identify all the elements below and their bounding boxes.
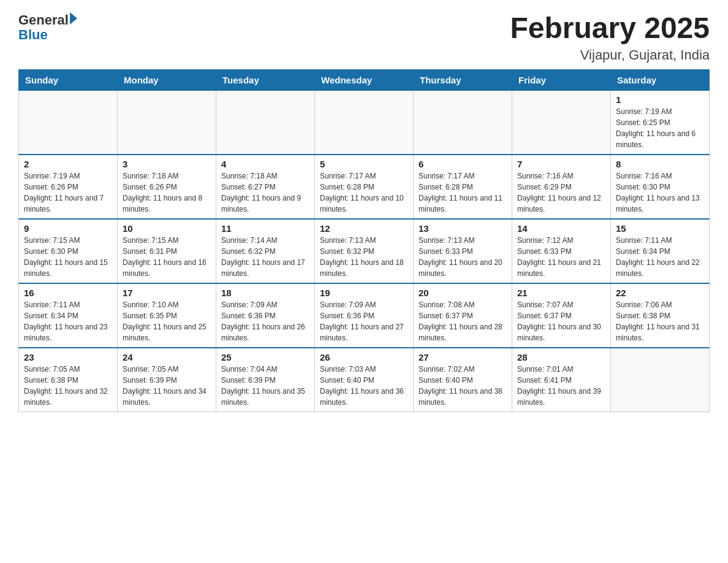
calendar-week-row: 16Sunrise: 7:11 AM Sunset: 6:34 PM Dayli… — [19, 283, 710, 348]
calendar-cell — [118, 90, 216, 155]
calendar-cell: 14Sunrise: 7:12 AM Sunset: 6:33 PM Dayli… — [512, 219, 611, 283]
day-info: Sunrise: 7:09 AM Sunset: 6:36 PM Dayligh… — [320, 299, 408, 343]
calendar-cell: 5Sunrise: 7:17 AM Sunset: 6:28 PM Daylig… — [315, 155, 414, 219]
location-text: Vijapur, Gujarat, India — [510, 47, 710, 63]
day-number: 3 — [123, 159, 211, 169]
day-number: 24 — [123, 352, 211, 362]
calendar-cell: 18Sunrise: 7:09 AM Sunset: 6:36 PM Dayli… — [216, 283, 315, 348]
day-info: Sunrise: 7:06 AM Sunset: 6:38 PM Dayligh… — [616, 299, 704, 343]
day-info: Sunrise: 7:15 AM Sunset: 6:30 PM Dayligh… — [24, 235, 112, 279]
day-info: Sunrise: 7:19 AM Sunset: 6:25 PM Dayligh… — [616, 106, 704, 150]
day-number: 21 — [517, 288, 605, 298]
calendar-cell: 16Sunrise: 7:11 AM Sunset: 6:34 PM Dayli… — [19, 283, 118, 348]
day-number: 22 — [616, 288, 704, 298]
day-number: 19 — [320, 288, 408, 298]
day-number: 23 — [24, 352, 112, 362]
day-number: 8 — [616, 159, 704, 169]
day-header-tuesday: Tuesday — [216, 69, 315, 90]
calendar-cell: 9Sunrise: 7:15 AM Sunset: 6:30 PM Daylig… — [19, 219, 118, 283]
calendar-week-row: 1Sunrise: 7:19 AM Sunset: 6:25 PM Daylig… — [19, 90, 710, 155]
day-number: 10 — [123, 223, 211, 234]
calendar-cell: 1Sunrise: 7:19 AM Sunset: 6:25 PM Daylig… — [611, 90, 710, 155]
calendar-cell — [611, 348, 710, 412]
day-info: Sunrise: 7:13 AM Sunset: 6:32 PM Dayligh… — [320, 235, 408, 279]
logo-blue-text: Blue — [18, 27, 77, 43]
day-info: Sunrise: 7:11 AM Sunset: 6:34 PM Dayligh… — [616, 235, 704, 279]
calendar-cell: 11Sunrise: 7:14 AM Sunset: 6:32 PM Dayli… — [216, 219, 315, 283]
calendar-cell: 13Sunrise: 7:13 AM Sunset: 6:33 PM Dayli… — [414, 219, 512, 283]
calendar-title: February 2025 — [510, 12, 710, 45]
calendar-cell: 27Sunrise: 7:02 AM Sunset: 6:40 PM Dayli… — [414, 348, 512, 412]
day-info: Sunrise: 7:19 AM Sunset: 6:26 PM Dayligh… — [24, 170, 112, 215]
calendar-cell: 6Sunrise: 7:17 AM Sunset: 6:28 PM Daylig… — [414, 155, 512, 219]
day-number: 17 — [123, 288, 211, 298]
day-info: Sunrise: 7:01 AM Sunset: 6:41 PM Dayligh… — [517, 364, 605, 408]
calendar-cell — [315, 90, 414, 155]
day-header-saturday: Saturday — [611, 69, 710, 90]
day-number: 16 — [24, 288, 112, 298]
calendar-cell: 20Sunrise: 7:08 AM Sunset: 6:37 PM Dayli… — [414, 283, 512, 348]
calendar-cell: 22Sunrise: 7:06 AM Sunset: 6:38 PM Dayli… — [611, 283, 710, 348]
day-info: Sunrise: 7:05 AM Sunset: 6:38 PM Dayligh… — [24, 364, 112, 408]
day-header-friday: Friday — [512, 69, 611, 90]
calendar-header-row: SundayMondayTuesdayWednesdayThursdayFrid… — [19, 69, 710, 90]
day-number: 27 — [419, 352, 507, 362]
logo-arrow-icon — [70, 12, 77, 25]
calendar-cell: 7Sunrise: 7:16 AM Sunset: 6:29 PM Daylig… — [512, 155, 611, 219]
day-info: Sunrise: 7:16 AM Sunset: 6:29 PM Dayligh… — [517, 170, 605, 215]
logo: General Blue — [18, 12, 77, 43]
day-header-wednesday: Wednesday — [315, 69, 414, 90]
day-info: Sunrise: 7:18 AM Sunset: 6:27 PM Dayligh… — [221, 170, 309, 215]
calendar-cell: 21Sunrise: 7:07 AM Sunset: 6:37 PM Dayli… — [512, 283, 611, 348]
calendar-table: SundayMondayTuesdayWednesdayThursdayFrid… — [18, 69, 710, 412]
day-info: Sunrise: 7:17 AM Sunset: 6:28 PM Dayligh… — [320, 170, 408, 215]
page-header: General Blue February 2025 Vijapur, Guja… — [18, 12, 710, 63]
day-number: 12 — [320, 223, 408, 234]
calendar-cell — [414, 90, 512, 155]
day-info: Sunrise: 7:02 AM Sunset: 6:40 PM Dayligh… — [419, 364, 507, 408]
calendar-cell: 15Sunrise: 7:11 AM Sunset: 6:34 PM Dayli… — [611, 219, 710, 283]
calendar-week-row: 2Sunrise: 7:19 AM Sunset: 6:26 PM Daylig… — [19, 155, 710, 219]
title-block: February 2025 Vijapur, Gujarat, India — [510, 12, 710, 63]
calendar-cell — [512, 90, 611, 155]
day-number: 5 — [320, 159, 408, 169]
day-number: 7 — [517, 159, 605, 169]
day-number: 18 — [221, 288, 309, 298]
calendar-cell — [216, 90, 315, 155]
day-number: 26 — [320, 352, 408, 362]
day-info: Sunrise: 7:12 AM Sunset: 6:33 PM Dayligh… — [517, 235, 605, 279]
calendar-cell: 25Sunrise: 7:04 AM Sunset: 6:39 PM Dayli… — [216, 348, 315, 412]
calendar-week-row: 23Sunrise: 7:05 AM Sunset: 6:38 PM Dayli… — [19, 348, 710, 412]
day-info: Sunrise: 7:03 AM Sunset: 6:40 PM Dayligh… — [320, 364, 408, 408]
day-info: Sunrise: 7:07 AM Sunset: 6:37 PM Dayligh… — [517, 299, 605, 343]
calendar-cell: 12Sunrise: 7:13 AM Sunset: 6:32 PM Dayli… — [315, 219, 414, 283]
day-number: 6 — [419, 159, 507, 169]
day-number: 13 — [419, 223, 507, 234]
calendar-cell: 24Sunrise: 7:05 AM Sunset: 6:39 PM Dayli… — [118, 348, 216, 412]
day-number: 9 — [24, 223, 112, 234]
day-number: 4 — [221, 159, 309, 169]
day-info: Sunrise: 7:17 AM Sunset: 6:28 PM Dayligh… — [419, 170, 507, 215]
calendar-week-row: 9Sunrise: 7:15 AM Sunset: 6:30 PM Daylig… — [19, 219, 710, 283]
day-number: 14 — [517, 223, 605, 234]
day-number: 15 — [616, 223, 704, 234]
calendar-cell: 23Sunrise: 7:05 AM Sunset: 6:38 PM Dayli… — [19, 348, 118, 412]
calendar-cell: 4Sunrise: 7:18 AM Sunset: 6:27 PM Daylig… — [216, 155, 315, 219]
day-header-sunday: Sunday — [19, 69, 118, 90]
day-number: 1 — [616, 94, 704, 105]
calendar-cell: 8Sunrise: 7:16 AM Sunset: 6:30 PM Daylig… — [611, 155, 710, 219]
day-info: Sunrise: 7:08 AM Sunset: 6:37 PM Dayligh… — [419, 299, 507, 343]
day-number: 11 — [221, 223, 309, 234]
day-header-thursday: Thursday — [414, 69, 512, 90]
day-number: 2 — [24, 159, 112, 169]
calendar-cell: 10Sunrise: 7:15 AM Sunset: 6:31 PM Dayli… — [118, 219, 216, 283]
day-info: Sunrise: 7:05 AM Sunset: 6:39 PM Dayligh… — [123, 364, 211, 408]
calendar-cell: 28Sunrise: 7:01 AM Sunset: 6:41 PM Dayli… — [512, 348, 611, 412]
day-info: Sunrise: 7:15 AM Sunset: 6:31 PM Dayligh… — [123, 235, 211, 279]
day-info: Sunrise: 7:16 AM Sunset: 6:30 PM Dayligh… — [616, 170, 704, 215]
calendar-cell: 2Sunrise: 7:19 AM Sunset: 6:26 PM Daylig… — [19, 155, 118, 219]
day-info: Sunrise: 7:14 AM Sunset: 6:32 PM Dayligh… — [221, 235, 309, 279]
day-info: Sunrise: 7:18 AM Sunset: 6:26 PM Dayligh… — [123, 170, 211, 215]
calendar-cell: 17Sunrise: 7:10 AM Sunset: 6:35 PM Dayli… — [118, 283, 216, 348]
day-number: 20 — [419, 288, 507, 298]
